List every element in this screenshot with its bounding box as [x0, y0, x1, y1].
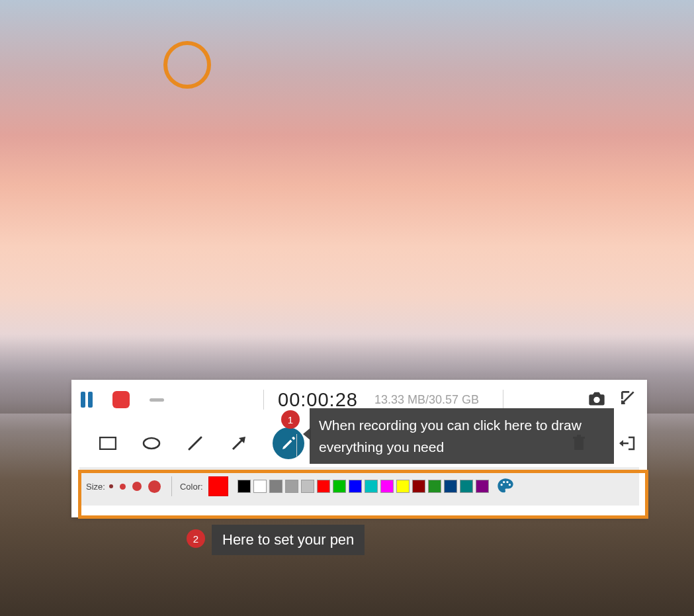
svg-point-13: [508, 484, 510, 486]
recording-filesize: 13.33 MB/30.57 GB: [374, 393, 479, 407]
color-swatches: [238, 480, 489, 493]
separator: [503, 390, 503, 410]
svg-point-0: [593, 397, 599, 403]
size-option-xs[interactable]: [109, 484, 113, 488]
annotation-text-1: When recording you can click here to dra…: [310, 408, 614, 464]
color-swatch[interactable]: [333, 480, 346, 493]
size-label: Size:: [86, 482, 105, 492]
color-swatch[interactable]: [380, 480, 394, 493]
size-option-s[interactable]: [120, 484, 126, 490]
svg-point-2: [144, 438, 159, 449]
annotation-badge-2: 2: [187, 529, 205, 548]
separator: [296, 434, 297, 457]
size-option-l[interactable]: [148, 480, 161, 493]
color-swatch[interactable]: [349, 480, 362, 493]
color-swatch[interactable]: [301, 480, 314, 493]
color-swatch[interactable]: [285, 480, 298, 493]
separator: [263, 390, 264, 410]
separator: [171, 476, 172, 496]
pause-button[interactable]: [81, 392, 93, 408]
color-swatch[interactable]: [476, 480, 489, 493]
custom-color-button[interactable]: [496, 476, 515, 496]
size-option-m[interactable]: [132, 482, 142, 491]
tool-arrow[interactable]: [229, 433, 249, 453]
color-label: Color:: [180, 482, 203, 492]
pause-icon: [81, 392, 85, 408]
svg-rect-1: [100, 437, 116, 449]
tool-ellipse[interactable]: [142, 433, 161, 453]
svg-point-12: [506, 481, 508, 483]
color-swatch[interactable]: [412, 480, 425, 493]
annotation-badge-1: 1: [281, 410, 300, 429]
color-swatch[interactable]: [460, 480, 473, 493]
color-swatch[interactable]: [396, 480, 410, 493]
annotation-text-2: Here to set your pen: [212, 525, 365, 555]
pen-style-bar: Size: Color:: [79, 467, 639, 506]
color-swatch[interactable]: [253, 480, 267, 493]
desktop-wallpaper: [0, 0, 694, 616]
minimize-button[interactable]: [150, 398, 164, 402]
color-swatch[interactable]: [269, 480, 282, 493]
color-swatch[interactable]: [365, 480, 378, 493]
tool-rectangle[interactable]: [98, 433, 118, 453]
tool-line[interactable]: [185, 433, 205, 453]
pause-icon: [88, 392, 93, 408]
screenshot-button[interactable]: [587, 390, 606, 406]
color-swatch[interactable]: [428, 480, 441, 493]
stop-button[interactable]: [112, 391, 130, 408]
svg-point-11: [503, 481, 505, 483]
tool-exit[interactable]: [618, 433, 638, 453]
recording-timer: 00:00:28: [278, 389, 358, 411]
svg-line-3: [189, 437, 201, 449]
color-swatch[interactable]: [444, 480, 457, 493]
compose-button[interactable]: [619, 389, 636, 406]
tool-pen-active[interactable]: [273, 427, 304, 459]
color-swatch[interactable]: [238, 480, 251, 493]
svg-point-10: [500, 484, 502, 486]
size-options: [109, 480, 161, 493]
current-color: [208, 476, 228, 496]
svg-line-4: [233, 439, 243, 449]
svg-marker-9: [619, 440, 623, 447]
color-swatch[interactable]: [317, 480, 330, 493]
